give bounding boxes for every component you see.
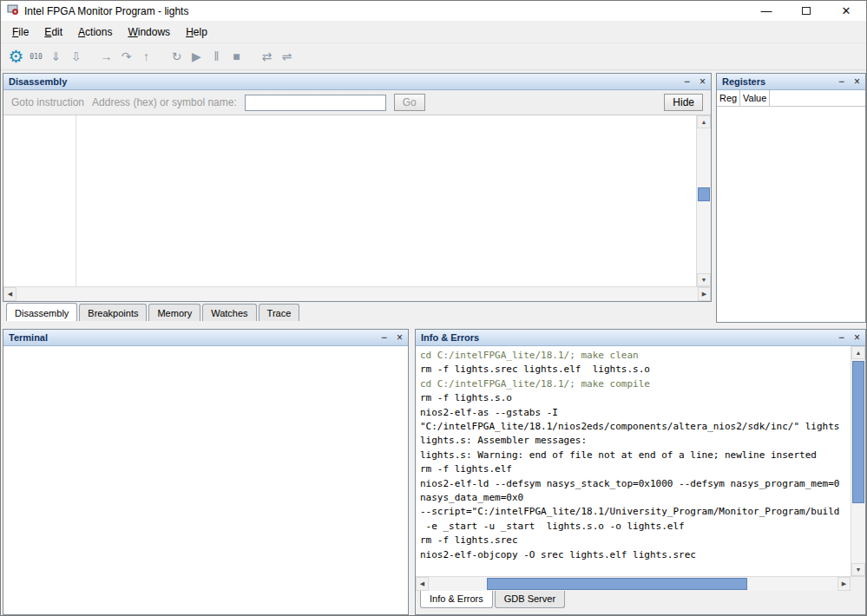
goto-instruction-label: Goto instruction	[11, 96, 84, 108]
close-panel-icon[interactable]: ×	[854, 76, 860, 87]
close-panel-icon[interactable]: ×	[700, 76, 706, 87]
console-line: lights.s: Warning: end of file not at en…	[420, 449, 851, 462]
disconnect-icon[interactable]: ⇌	[277, 47, 297, 66]
assemble-binary-icon[interactable]: 010	[26, 47, 46, 66]
minimize-panel-icon[interactable]: −	[838, 332, 844, 343]
horizontal-splitter[interactable]	[3, 323, 866, 329]
minimize-button[interactable]: —	[746, 1, 786, 21]
tab-info-errors[interactable]: Info & Errors	[420, 591, 493, 608]
tab-disassembly[interactable]: Disassembly	[6, 303, 77, 321]
vertical-splitter-upper[interactable]	[712, 73, 716, 323]
info-errors-title-bar: Info & Errors − ×	[416, 330, 865, 346]
registers-panel-controls: − ×	[838, 76, 860, 87]
vertical-splitter-lower[interactable]	[409, 329, 415, 615]
disassembly-title: Disassembly	[9, 76, 67, 87]
registers-title-bar: Registers − ×	[717, 74, 865, 90]
toolbar-separator	[156, 47, 167, 66]
terminal-title: Terminal	[9, 332, 48, 343]
menu-edit[interactable]: Edit	[36, 23, 70, 42]
menu-actions[interactable]: Actions	[70, 23, 120, 42]
disassembly-panel-controls: − ×	[684, 76, 706, 87]
settings-gear-icon[interactable]: ⚙	[6, 47, 26, 66]
app-icon	[7, 3, 19, 19]
registers-panel: Registers − × Reg Value	[716, 73, 866, 323]
registers-title: Registers	[722, 76, 765, 87]
step-into-icon[interactable]: →	[96, 47, 116, 66]
scroll-left-icon[interactable]: ◀	[416, 577, 429, 591]
console-line: rm -f lights.s.o	[420, 391, 851, 405]
minimize-panel-icon[interactable]: −	[684, 76, 690, 87]
minimize-panel-icon[interactable]: −	[838, 76, 844, 87]
close-panel-icon[interactable]: ×	[397, 332, 403, 343]
stop-icon[interactable]: ■	[227, 47, 246, 66]
console-line: rm -f lights.srec	[420, 534, 851, 547]
console-line: nios2-elf-as --gstabs -I	[420, 406, 851, 420]
info-errors-vertical-scrollbar[interactable]: ▲ ▼	[851, 346, 865, 576]
tab-trace[interactable]: Trace	[259, 304, 300, 321]
value-column-header: Value	[740, 90, 770, 106]
info-errors-output: cd C:/intelFPGA_lite/18.1/; make cleanrm…	[416, 346, 851, 576]
step-out-icon[interactable]: ↑	[136, 47, 156, 66]
disassembly-content: ▲ ▼	[3, 115, 711, 286]
window-controls: — ✕	[746, 1, 866, 21]
go-button[interactable]: Go	[394, 94, 425, 111]
info-errors-horizontal-scrollbar[interactable]: ◀ ▶	[416, 576, 865, 591]
terminal-panel-controls: − ×	[381, 332, 403, 343]
breakpoint-gutter[interactable]	[3, 115, 76, 286]
close-panel-icon[interactable]: ×	[854, 332, 860, 343]
scroll-left-icon[interactable]: ◀	[3, 287, 16, 301]
menu-file[interactable]: File	[4, 23, 36, 42]
menu-windows[interactable]: Windows	[120, 23, 178, 42]
console-line: cd C:/intelFPGA_lite/18.1/; make compile	[420, 377, 851, 391]
hide-button[interactable]: Hide	[664, 94, 703, 111]
scroll-up-icon[interactable]: ▲	[851, 346, 865, 359]
scroll-down-icon[interactable]: ▼	[697, 273, 711, 286]
main-tab-bar: DisassemblyBreakpointsMemoryWatchesTrace	[6, 302, 301, 321]
compile-load-icon[interactable]: ⇩	[66, 47, 86, 66]
terminal-panel: Terminal − ×	[3, 329, 409, 615]
toolbar: ⚙010⇓⇩→↷↑↻▶‖■⇄⇌	[1, 43, 866, 70]
address-input[interactable]	[245, 95, 386, 111]
console-line: --script="C:/intelFPGA_lite/18.1/Univers…	[420, 505, 851, 519]
scroll-right-icon[interactable]: ▶	[837, 577, 851, 591]
window-title: Intel FPGA Monitor Program - lights	[24, 5, 188, 17]
maximize-button[interactable]	[786, 1, 826, 21]
info-errors-panel-controls: − ×	[838, 332, 860, 343]
scrollbar-thumb[interactable]	[852, 361, 864, 503]
registers-header: Reg Value	[717, 90, 865, 107]
reg-column-header: Reg	[717, 90, 740, 106]
tab-gdb-server[interactable]: GDB Server	[495, 591, 565, 608]
terminal-content[interactable]	[3, 346, 408, 614]
restart-icon[interactable]: ↻	[167, 47, 187, 66]
maximize-icon	[802, 7, 811, 15]
continue-icon[interactable]: ▶	[187, 47, 207, 66]
info-tab-bar: Info & ErrorsGDB Server	[420, 591, 567, 608]
tab-breakpoints[interactable]: Breakpoints	[79, 304, 147, 321]
step-over-icon[interactable]: ↷	[116, 47, 136, 66]
disassembly-horizontal-scrollbar[interactable]: ◀ ▶	[3, 286, 711, 301]
console-line: nios2-elf-ld --defsym nasys_stack_top=0x…	[420, 477, 851, 491]
console-line: rm -f lights.srec lights.elf lights.s.o	[420, 363, 851, 377]
app-window: Intel FPGA Monitor Program - lights — ✕ …	[0, 0, 867, 616]
info-tab-area: Info & ErrorsGDB Server	[416, 591, 865, 614]
scrollbar-corner	[851, 577, 865, 591]
tab-watches[interactable]: Watches	[202, 304, 256, 321]
info-errors-panel: Info & Errors − × cd C:/intelFPGA_lite/1…	[415, 329, 866, 615]
close-button[interactable]: ✕	[826, 1, 866, 21]
menu-help[interactable]: Help	[178, 23, 215, 42]
connect-icon[interactable]: ⇄	[257, 47, 277, 66]
scroll-up-icon[interactable]: ▲	[697, 115, 711, 128]
disassembly-title-bar: Disassembly − ×	[3, 74, 711, 90]
tab-memory[interactable]: Memory	[148, 304, 200, 321]
download-program-icon[interactable]: ⇓	[46, 47, 66, 66]
disassembly-vertical-scrollbar[interactable]: ▲ ▼	[696, 115, 711, 286]
disassembly-panel: Disassembly − × Goto instruction Address…	[3, 73, 712, 302]
scrollbar-thumb[interactable]	[487, 578, 747, 590]
pause-icon[interactable]: ‖	[207, 47, 227, 66]
scrollbar-thumb[interactable]	[698, 187, 710, 201]
scroll-right-icon[interactable]: ▶	[698, 287, 711, 301]
scroll-down-icon[interactable]: ▼	[851, 563, 865, 576]
minimize-panel-icon[interactable]: −	[381, 332, 387, 343]
console-line: -e _start -u _start lights.s.o -o lights…	[420, 520, 851, 534]
console-line: "C:/intelFPGA_lite/18.1/nios2eds/compone…	[420, 420, 851, 434]
